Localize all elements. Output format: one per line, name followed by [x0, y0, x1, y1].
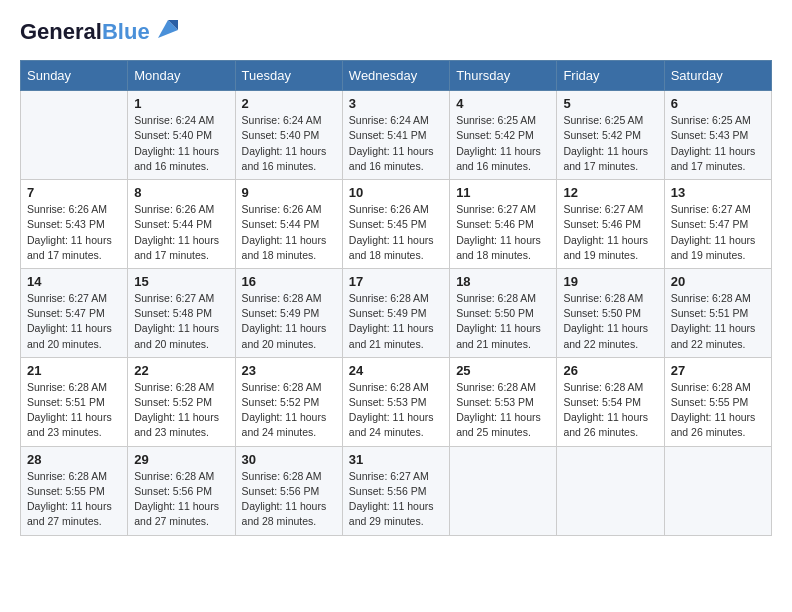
calendar-cell: 17Sunrise: 6:28 AMSunset: 5:49 PMDayligh… — [342, 268, 449, 357]
day-number: 28 — [27, 452, 121, 467]
calendar-cell: 13Sunrise: 6:27 AMSunset: 5:47 PMDayligh… — [664, 180, 771, 269]
day-number: 15 — [134, 274, 228, 289]
calendar-cell: 26Sunrise: 6:28 AMSunset: 5:54 PMDayligh… — [557, 357, 664, 446]
calendar-cell: 9Sunrise: 6:26 AMSunset: 5:44 PMDaylight… — [235, 180, 342, 269]
day-number: 1 — [134, 96, 228, 111]
calendar-cell: 23Sunrise: 6:28 AMSunset: 5:52 PMDayligh… — [235, 357, 342, 446]
day-info: Sunrise: 6:26 AMSunset: 5:44 PMDaylight:… — [242, 202, 336, 263]
calendar-cell — [557, 446, 664, 535]
col-tuesday: Tuesday — [235, 61, 342, 91]
day-number: 29 — [134, 452, 228, 467]
day-info: Sunrise: 6:28 AMSunset: 5:51 PMDaylight:… — [27, 380, 121, 441]
day-number: 17 — [349, 274, 443, 289]
calendar-cell — [21, 91, 128, 180]
calendar-week-row: 7Sunrise: 6:26 AMSunset: 5:43 PMDaylight… — [21, 180, 772, 269]
col-thursday: Thursday — [450, 61, 557, 91]
day-info: Sunrise: 6:28 AMSunset: 5:49 PMDaylight:… — [349, 291, 443, 352]
calendar-cell: 22Sunrise: 6:28 AMSunset: 5:52 PMDayligh… — [128, 357, 235, 446]
calendar-cell: 7Sunrise: 6:26 AMSunset: 5:43 PMDaylight… — [21, 180, 128, 269]
day-number: 12 — [563, 185, 657, 200]
day-number: 6 — [671, 96, 765, 111]
day-info: Sunrise: 6:27 AMSunset: 5:56 PMDaylight:… — [349, 469, 443, 530]
day-info: Sunrise: 6:28 AMSunset: 5:54 PMDaylight:… — [563, 380, 657, 441]
day-number: 26 — [563, 363, 657, 378]
calendar-week-row: 14Sunrise: 6:27 AMSunset: 5:47 PMDayligh… — [21, 268, 772, 357]
calendar-cell: 14Sunrise: 6:27 AMSunset: 5:47 PMDayligh… — [21, 268, 128, 357]
day-number: 8 — [134, 185, 228, 200]
day-info: Sunrise: 6:25 AMSunset: 5:43 PMDaylight:… — [671, 113, 765, 174]
calendar-cell: 29Sunrise: 6:28 AMSunset: 5:56 PMDayligh… — [128, 446, 235, 535]
day-number: 18 — [456, 274, 550, 289]
day-number: 2 — [242, 96, 336, 111]
day-info: Sunrise: 6:28 AMSunset: 5:49 PMDaylight:… — [242, 291, 336, 352]
calendar-week-row: 1Sunrise: 6:24 AMSunset: 5:40 PMDaylight… — [21, 91, 772, 180]
day-info: Sunrise: 6:28 AMSunset: 5:52 PMDaylight:… — [134, 380, 228, 441]
calendar-cell: 27Sunrise: 6:28 AMSunset: 5:55 PMDayligh… — [664, 357, 771, 446]
calendar-cell: 2Sunrise: 6:24 AMSunset: 5:40 PMDaylight… — [235, 91, 342, 180]
col-wednesday: Wednesday — [342, 61, 449, 91]
day-info: Sunrise: 6:26 AMSunset: 5:44 PMDaylight:… — [134, 202, 228, 263]
day-info: Sunrise: 6:28 AMSunset: 5:51 PMDaylight:… — [671, 291, 765, 352]
calendar-week-row: 21Sunrise: 6:28 AMSunset: 5:51 PMDayligh… — [21, 357, 772, 446]
calendar-cell: 11Sunrise: 6:27 AMSunset: 5:46 PMDayligh… — [450, 180, 557, 269]
calendar-week-row: 28Sunrise: 6:28 AMSunset: 5:55 PMDayligh… — [21, 446, 772, 535]
day-number: 3 — [349, 96, 443, 111]
calendar-cell: 4Sunrise: 6:25 AMSunset: 5:42 PMDaylight… — [450, 91, 557, 180]
col-friday: Friday — [557, 61, 664, 91]
day-number: 10 — [349, 185, 443, 200]
day-info: Sunrise: 6:24 AMSunset: 5:40 PMDaylight:… — [242, 113, 336, 174]
calendar-cell: 19Sunrise: 6:28 AMSunset: 5:50 PMDayligh… — [557, 268, 664, 357]
logo-icon — [154, 16, 182, 44]
day-info: Sunrise: 6:26 AMSunset: 5:45 PMDaylight:… — [349, 202, 443, 263]
day-number: 19 — [563, 274, 657, 289]
day-info: Sunrise: 6:25 AMSunset: 5:42 PMDaylight:… — [456, 113, 550, 174]
calendar-cell: 18Sunrise: 6:28 AMSunset: 5:50 PMDayligh… — [450, 268, 557, 357]
calendar-cell: 24Sunrise: 6:28 AMSunset: 5:53 PMDayligh… — [342, 357, 449, 446]
day-info: Sunrise: 6:24 AMSunset: 5:40 PMDaylight:… — [134, 113, 228, 174]
day-info: Sunrise: 6:28 AMSunset: 5:56 PMDaylight:… — [242, 469, 336, 530]
calendar-cell: 31Sunrise: 6:27 AMSunset: 5:56 PMDayligh… — [342, 446, 449, 535]
day-number: 22 — [134, 363, 228, 378]
calendar-table: Sunday Monday Tuesday Wednesday Thursday… — [20, 60, 772, 535]
day-number: 13 — [671, 185, 765, 200]
calendar-cell: 25Sunrise: 6:28 AMSunset: 5:53 PMDayligh… — [450, 357, 557, 446]
day-number: 14 — [27, 274, 121, 289]
page-header: GeneralBlue — [20, 20, 772, 44]
calendar-cell: 1Sunrise: 6:24 AMSunset: 5:40 PMDaylight… — [128, 91, 235, 180]
day-number: 30 — [242, 452, 336, 467]
day-number: 23 — [242, 363, 336, 378]
calendar-cell: 10Sunrise: 6:26 AMSunset: 5:45 PMDayligh… — [342, 180, 449, 269]
day-number: 16 — [242, 274, 336, 289]
day-info: Sunrise: 6:28 AMSunset: 5:50 PMDaylight:… — [456, 291, 550, 352]
calendar-cell: 20Sunrise: 6:28 AMSunset: 5:51 PMDayligh… — [664, 268, 771, 357]
day-number: 31 — [349, 452, 443, 467]
calendar-header-row: Sunday Monday Tuesday Wednesday Thursday… — [21, 61, 772, 91]
day-info: Sunrise: 6:28 AMSunset: 5:55 PMDaylight:… — [27, 469, 121, 530]
day-info: Sunrise: 6:28 AMSunset: 5:55 PMDaylight:… — [671, 380, 765, 441]
day-number: 11 — [456, 185, 550, 200]
col-sunday: Sunday — [21, 61, 128, 91]
day-number: 27 — [671, 363, 765, 378]
day-info: Sunrise: 6:25 AMSunset: 5:42 PMDaylight:… — [563, 113, 657, 174]
day-info: Sunrise: 6:24 AMSunset: 5:41 PMDaylight:… — [349, 113, 443, 174]
day-info: Sunrise: 6:27 AMSunset: 5:47 PMDaylight:… — [27, 291, 121, 352]
calendar-cell: 21Sunrise: 6:28 AMSunset: 5:51 PMDayligh… — [21, 357, 128, 446]
day-number: 21 — [27, 363, 121, 378]
day-number: 25 — [456, 363, 550, 378]
day-info: Sunrise: 6:28 AMSunset: 5:53 PMDaylight:… — [456, 380, 550, 441]
calendar-cell: 6Sunrise: 6:25 AMSunset: 5:43 PMDaylight… — [664, 91, 771, 180]
col-saturday: Saturday — [664, 61, 771, 91]
calendar-cell: 8Sunrise: 6:26 AMSunset: 5:44 PMDaylight… — [128, 180, 235, 269]
day-info: Sunrise: 6:27 AMSunset: 5:47 PMDaylight:… — [671, 202, 765, 263]
calendar-cell: 15Sunrise: 6:27 AMSunset: 5:48 PMDayligh… — [128, 268, 235, 357]
logo-text: GeneralBlue — [20, 20, 150, 44]
day-info: Sunrise: 6:26 AMSunset: 5:43 PMDaylight:… — [27, 202, 121, 263]
logo: GeneralBlue — [20, 20, 182, 44]
day-info: Sunrise: 6:27 AMSunset: 5:46 PMDaylight:… — [563, 202, 657, 263]
calendar-cell: 30Sunrise: 6:28 AMSunset: 5:56 PMDayligh… — [235, 446, 342, 535]
day-info: Sunrise: 6:28 AMSunset: 5:53 PMDaylight:… — [349, 380, 443, 441]
calendar-cell: 12Sunrise: 6:27 AMSunset: 5:46 PMDayligh… — [557, 180, 664, 269]
day-number: 24 — [349, 363, 443, 378]
day-info: Sunrise: 6:27 AMSunset: 5:48 PMDaylight:… — [134, 291, 228, 352]
calendar-cell — [664, 446, 771, 535]
